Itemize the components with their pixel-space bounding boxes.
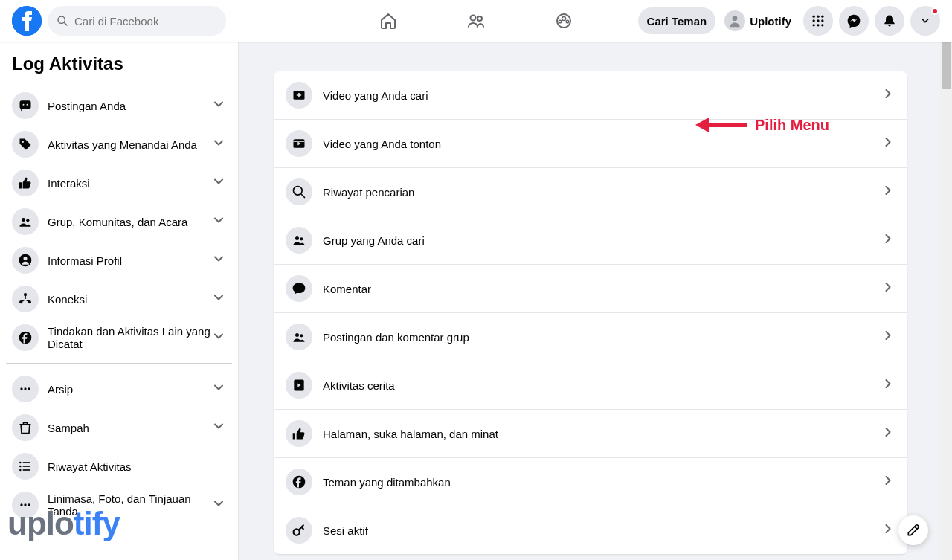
dots-icon xyxy=(12,492,39,518)
thumb-icon xyxy=(12,170,39,196)
list-row[interactable]: Aktivitas cerita xyxy=(274,361,907,410)
chevron-right-icon xyxy=(881,183,895,201)
list-row[interactable]: Grup yang Anda cari xyxy=(274,216,907,265)
nav-groups[interactable] xyxy=(523,0,605,42)
groups-icon xyxy=(555,12,573,30)
chevron-right-icon xyxy=(881,521,895,539)
search-input[interactable] xyxy=(74,15,217,28)
chevron-right-icon xyxy=(881,86,895,104)
video-play-icon xyxy=(286,130,312,157)
menu-grid-icon xyxy=(811,13,826,28)
list-row[interactable]: Video yang Anda tonton xyxy=(274,120,907,168)
tag-icon xyxy=(12,131,39,158)
sidebar-item[interactable]: Informasi Profil xyxy=(6,241,232,280)
sidebar-item[interactable]: Postingan Anda xyxy=(6,86,232,125)
compose-icon xyxy=(906,523,921,538)
key-icon xyxy=(286,517,312,544)
chevron-down-icon xyxy=(211,380,226,398)
list-row-label: Teman yang ditambahkan xyxy=(323,476,881,489)
sidebar-item-label: Grup, Komunitas, dan Acara xyxy=(48,216,211,228)
friends-icon xyxy=(467,12,485,30)
nav-home[interactable] xyxy=(347,0,429,42)
facebook-logo[interactable] xyxy=(12,6,42,36)
sidebar-item-label: Linimasa, Foto, dan Tinjauan Tanda xyxy=(48,492,211,518)
home-icon xyxy=(379,12,397,30)
fb-logo-icon xyxy=(12,6,42,36)
sidebar: Log Aktivitas Postingan Anda Aktivitas y… xyxy=(0,42,238,560)
thumb-icon xyxy=(286,420,312,447)
comment-solid-icon xyxy=(286,275,312,302)
search-icon xyxy=(286,178,312,205)
list-row[interactable]: Video yang Anda cari xyxy=(274,71,907,120)
menu-button[interactable] xyxy=(803,6,833,36)
list-row-label: Riwayat pencarian xyxy=(323,186,881,199)
list-row[interactable]: Postingan dan komentar grup xyxy=(274,313,907,361)
sidebar-item-label: Tindakan dan Aktivitas Lain yang Dicatat xyxy=(48,325,211,350)
user-icon xyxy=(12,247,39,274)
chevron-right-icon xyxy=(881,328,895,346)
chevron-down-icon xyxy=(211,135,226,153)
group-icon xyxy=(286,324,312,350)
sidebar-item[interactable]: Arsip xyxy=(6,370,232,408)
caret-down-icon xyxy=(920,16,930,26)
profile-name: Uplotify xyxy=(750,15,791,28)
chevron-right-icon xyxy=(881,473,895,491)
avatar xyxy=(724,10,745,31)
sidebar-item[interactable]: Grup, Komunitas, dan Acara xyxy=(6,202,232,241)
list-row-label: Grup yang Anda cari xyxy=(323,234,881,247)
sidebar-item-label: Informasi Profil xyxy=(48,254,211,267)
sidebar-item[interactable]: Tindakan dan Aktivitas Lain yang Dicatat xyxy=(6,318,232,357)
chevron-down-icon xyxy=(211,496,226,514)
sidebar-item[interactable]: Aktivitas yang Menandai Anda xyxy=(6,125,232,164)
bell-icon xyxy=(882,13,897,28)
comment-icon xyxy=(12,92,39,119)
trash-icon xyxy=(12,414,39,441)
chevron-down-icon xyxy=(211,329,226,347)
messenger-button[interactable] xyxy=(839,6,869,36)
profile-chip[interactable]: Uplotify xyxy=(721,7,797,34)
sidebar-item[interactable]: Interaksi xyxy=(6,164,232,202)
search-box[interactable] xyxy=(48,6,226,36)
account-button[interactable] xyxy=(910,6,940,36)
sidebar-item[interactable]: Linimasa, Foto, dan Tinjauan Tanda xyxy=(6,486,232,524)
chevron-right-icon xyxy=(881,231,895,249)
scrollbar[interactable] xyxy=(940,0,952,560)
list-row-label: Postingan dan komentar grup xyxy=(323,331,881,344)
sidebar-item-label: Aktivitas yang Menandai Anda xyxy=(48,138,211,151)
group-icon xyxy=(12,208,39,235)
chevron-down-icon xyxy=(211,213,226,231)
dots-icon xyxy=(12,376,39,402)
chevron-right-icon xyxy=(881,135,895,152)
story-icon xyxy=(286,372,312,399)
list-row-label: Video yang Anda tonton xyxy=(323,138,881,150)
nav-friends[interactable] xyxy=(435,0,517,42)
sidebar-item-label: Postingan Anda xyxy=(48,100,211,112)
compose-button[interactable] xyxy=(898,515,928,545)
find-friends-button[interactable]: Cari Teman xyxy=(638,7,716,34)
sidebar-item[interactable]: Koneksi xyxy=(6,280,232,318)
sidebar-item-label: Koneksi xyxy=(48,293,211,306)
sidebar-item[interactable]: Sampah xyxy=(6,408,232,447)
notification-dot xyxy=(931,7,939,15)
list-row[interactable]: Komentar xyxy=(274,265,907,313)
list-row-label: Komentar xyxy=(323,283,881,295)
messenger-icon xyxy=(846,13,861,28)
list-row[interactable]: Riwayat pencarian xyxy=(274,168,907,216)
list-row[interactable]: Sesi aktif xyxy=(274,506,907,554)
list-row-label: Sesi aktif xyxy=(323,524,881,537)
header-right: Cari Teman Uplotify xyxy=(638,6,940,36)
chevron-right-icon xyxy=(881,425,895,442)
notifications-button[interactable] xyxy=(875,6,904,36)
list-row[interactable]: Halaman, suka halaman, dan minat xyxy=(274,410,907,458)
chevron-down-icon xyxy=(211,251,226,269)
sidebar-title: Log Aktivitas xyxy=(6,54,232,86)
list-icon xyxy=(12,453,39,480)
sidebar-item[interactable]: Riwayat Aktivitas xyxy=(6,447,232,486)
connect-icon xyxy=(12,286,39,312)
video-add-icon xyxy=(286,82,312,109)
list-row[interactable]: Teman yang ditambahkan xyxy=(274,458,907,506)
chevron-down-icon xyxy=(211,97,226,115)
header: Cari Teman Uplotify xyxy=(0,0,952,42)
activity-list: Video yang Anda cari Video yang Anda ton… xyxy=(274,71,907,554)
list-row-label: Video yang Anda cari xyxy=(323,89,881,102)
